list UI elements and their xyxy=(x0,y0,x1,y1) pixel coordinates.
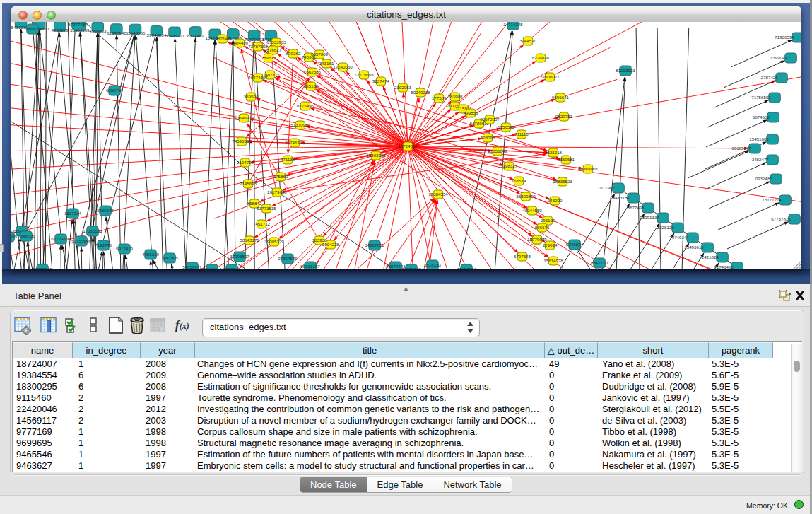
svg-text:685160: 685160 xyxy=(304,83,319,88)
svg-text:7193745: 7193745 xyxy=(95,243,112,247)
svg-text:17080531: 17080531 xyxy=(83,228,102,233)
svg-text:40369003: 40369003 xyxy=(578,166,598,171)
svg-text:1369681: 1369681 xyxy=(558,157,575,162)
svg-text:34957885: 34957885 xyxy=(365,243,384,247)
svg-text:83673657: 83673657 xyxy=(480,117,500,122)
svg-text:0576627: 0576627 xyxy=(264,47,282,52)
svg-text:57262849: 57262849 xyxy=(33,267,52,269)
svg-text:858842: 858842 xyxy=(247,201,262,206)
svg-text:243292: 243292 xyxy=(548,198,563,203)
svg-text:46474367: 46474367 xyxy=(248,75,268,80)
svg-text:37996507: 37996507 xyxy=(230,254,249,259)
svg-text:870262: 870262 xyxy=(286,51,301,56)
svg-text:4294019: 4294019 xyxy=(52,28,69,33)
svg-text:1399049: 1399049 xyxy=(770,55,788,60)
svg-text:18302295: 18302295 xyxy=(366,153,386,158)
svg-text:2421024: 2421024 xyxy=(702,255,719,259)
svg-text:2104709: 2104709 xyxy=(237,160,254,165)
svg-text:5562386: 5562386 xyxy=(304,69,322,74)
svg-text:51370985: 51370985 xyxy=(290,122,310,127)
svg-text:8721489: 8721489 xyxy=(187,33,205,38)
svg-text:3482477: 3482477 xyxy=(752,157,770,162)
svg-text:177589: 177589 xyxy=(432,95,447,100)
svg-text:0330923: 0330923 xyxy=(97,208,114,213)
svg-text:2904228: 2904228 xyxy=(322,242,340,247)
svg-text:9912419: 9912419 xyxy=(116,246,134,251)
svg-text:76945314: 76945314 xyxy=(202,267,222,269)
svg-text:65648236: 65648236 xyxy=(126,30,146,35)
svg-text:7889579: 7889579 xyxy=(24,26,42,31)
svg-text:79740344: 79740344 xyxy=(669,235,689,240)
svg-text:836675: 836675 xyxy=(535,225,550,230)
svg-text:9696641: 9696641 xyxy=(552,95,570,100)
svg-text:2102053: 2102053 xyxy=(394,85,412,90)
svg-text:12779979: 12779979 xyxy=(527,237,547,242)
svg-text:71906594: 71906594 xyxy=(775,35,794,40)
svg-text:51606071: 51606071 xyxy=(540,74,560,79)
svg-text:5466889: 5466889 xyxy=(11,234,18,239)
svg-text:1671902: 1671902 xyxy=(598,185,616,190)
svg-text:60385977: 60385977 xyxy=(731,146,751,151)
svg-text:13493618: 13493618 xyxy=(684,245,704,250)
svg-text:5198327: 5198327 xyxy=(500,163,518,168)
svg-text:53755646: 53755646 xyxy=(71,238,91,243)
svg-text:6156545: 6156545 xyxy=(498,124,515,129)
svg-text:2787429: 2787429 xyxy=(761,75,779,80)
svg-text:528098: 528098 xyxy=(481,135,495,140)
svg-text:77752047: 77752047 xyxy=(401,267,421,269)
svg-text:40640909: 40640909 xyxy=(234,115,254,120)
svg-text:80831367: 80831367 xyxy=(300,264,320,269)
svg-text:81223623: 81223623 xyxy=(616,68,635,73)
svg-text:51656049: 51656049 xyxy=(488,148,507,153)
svg-text:51850671: 51850671 xyxy=(182,264,202,269)
svg-text:982146: 982146 xyxy=(216,36,230,41)
svg-text:36995777: 36995777 xyxy=(165,33,184,38)
svg-text:471138: 471138 xyxy=(281,157,295,162)
svg-text:8404499: 8404499 xyxy=(231,40,249,45)
svg-text:62729806: 62729806 xyxy=(51,236,71,241)
svg-text:50643171: 50643171 xyxy=(240,238,259,243)
svg-text:4535218: 4535218 xyxy=(545,150,563,155)
svg-text:9237474: 9237474 xyxy=(372,78,390,83)
svg-text:0529751: 0529751 xyxy=(555,114,573,119)
svg-text:675869: 675869 xyxy=(273,174,288,179)
svg-text:31746120: 31746120 xyxy=(285,140,305,145)
svg-text:27354549: 27354549 xyxy=(278,256,298,261)
svg-text:6226838: 6226838 xyxy=(532,55,550,60)
svg-text:49894134: 49894134 xyxy=(457,267,476,269)
svg-text:26179640: 26179640 xyxy=(267,189,287,194)
svg-text:13171274: 13171274 xyxy=(762,197,782,202)
svg-text:67533963: 67533963 xyxy=(266,40,286,45)
svg-text:0842710: 0842710 xyxy=(591,260,608,265)
svg-text:8175496: 8175496 xyxy=(297,103,314,108)
svg-text:36899809: 36899809 xyxy=(516,194,536,199)
svg-text:3244510: 3244510 xyxy=(519,38,537,43)
svg-text:9413186: 9413186 xyxy=(613,195,630,200)
svg-text:296120: 296120 xyxy=(541,218,555,223)
svg-text:343161: 343161 xyxy=(319,61,334,66)
svg-text:15451680: 15451680 xyxy=(749,136,769,141)
svg-text:8657809: 8657809 xyxy=(311,52,329,57)
svg-text:6658760: 6658760 xyxy=(106,88,124,93)
svg-text:18835523: 18835523 xyxy=(553,179,572,184)
svg-text:5674680: 5674680 xyxy=(753,115,770,119)
svg-text:3518233: 3518233 xyxy=(424,262,442,267)
svg-text:5240824: 5240824 xyxy=(566,242,584,247)
svg-text:1627204: 1627204 xyxy=(64,211,82,216)
svg-text:2328120: 2328120 xyxy=(657,225,675,230)
svg-text:0932480: 0932480 xyxy=(755,176,773,181)
svg-text:8677496: 8677496 xyxy=(628,205,645,210)
svg-text:22219693: 22219693 xyxy=(354,72,374,77)
svg-text:19384554: 19384554 xyxy=(428,192,448,197)
svg-text:4060883: 4060883 xyxy=(89,28,107,33)
svg-text:369594: 369594 xyxy=(244,94,259,99)
svg-text:40244550: 40244550 xyxy=(522,208,542,213)
svg-text:2145623: 2145623 xyxy=(240,181,257,186)
svg-text:29946804: 29946804 xyxy=(147,33,167,37)
svg-text:499856: 499856 xyxy=(464,110,478,115)
svg-text:7346706: 7346706 xyxy=(18,233,35,238)
svg-text:17240050: 17240050 xyxy=(333,64,353,69)
svg-text:71756551: 71756551 xyxy=(751,95,771,100)
svg-text:289517: 289517 xyxy=(261,55,276,60)
svg-text:6797643: 6797643 xyxy=(514,254,531,259)
